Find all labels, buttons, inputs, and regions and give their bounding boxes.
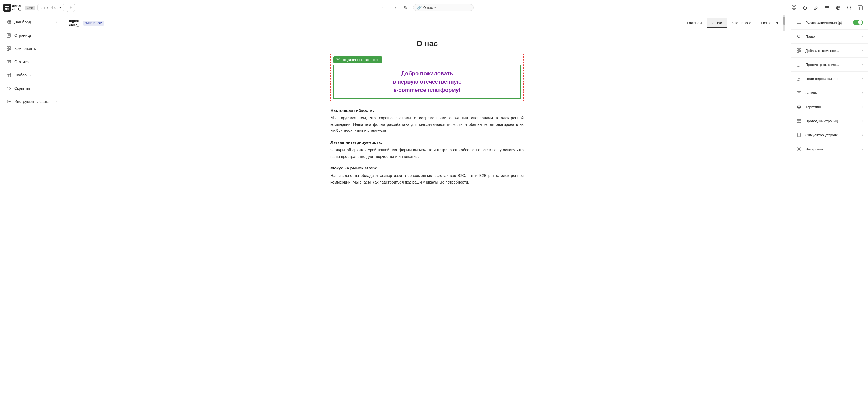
rich-text-box[interactable]: Добро пожаловать в первую отечественную … xyxy=(333,65,521,98)
search-panel-label: Поиск xyxy=(805,34,859,39)
rp-fill-mode[interactable]: Режим заполнения (р) xyxy=(791,16,868,30)
site-nav: Главная О нас Что нового Home EN xyxy=(682,19,783,28)
selected-component-wrapper[interactable]: Подзаголовок (Rich Text) Добро пожаловат… xyxy=(331,54,524,101)
sidebar-item-templates[interactable]: Шаблоны xyxy=(2,69,62,81)
tools-arrow-icon: › xyxy=(56,100,57,103)
nav-item-home-en[interactable]: Home EN xyxy=(756,19,783,28)
fill-mode-toggle[interactable] xyxy=(853,20,863,25)
sidebar-pages-label: Страницы xyxy=(14,33,57,37)
nav-item-home[interactable]: Главная xyxy=(682,19,707,28)
preview-logo-line2: chief_ xyxy=(69,23,79,27)
search-arrow-icon: › xyxy=(862,34,863,38)
rich-text-content: Добро пожаловать в первую отечественную … xyxy=(339,69,516,94)
sidebar: Дашборд › Страницы Компоненты Статика xyxy=(0,16,63,395)
scroll-thumb xyxy=(783,17,785,25)
sidebar-item-pages[interactable]: Страницы xyxy=(2,29,62,41)
menu-icon-button[interactable] xyxy=(823,3,832,12)
component-label: Подзаголовок (Rich Text) xyxy=(333,56,382,63)
grid-icon-button[interactable] xyxy=(789,3,799,12)
fill-mode-icon xyxy=(796,19,802,25)
main-layout: Дашборд › Страницы Компоненты Статика xyxy=(0,16,868,395)
logo: digitalchief_ xyxy=(3,4,21,11)
page-explorer-arrow-icon: › xyxy=(862,119,863,123)
table-icon-button[interactable] xyxy=(856,3,865,12)
more-options-button[interactable]: ⋮ xyxy=(477,4,485,11)
chevron-down-icon: ▾ xyxy=(59,5,61,10)
assets-icon xyxy=(796,90,802,96)
svg-point-38 xyxy=(338,58,339,60)
nav-item-news[interactable]: Что нового xyxy=(727,19,756,28)
search-panel-icon xyxy=(796,33,802,39)
svg-rect-5 xyxy=(795,5,796,7)
svg-rect-27 xyxy=(7,47,8,48)
rp-add-component[interactable]: Добавить компоне... › xyxy=(791,43,868,58)
edit-icon-button[interactable] xyxy=(812,3,820,12)
scrollbar[interactable] xyxy=(783,16,785,31)
svg-rect-46 xyxy=(797,63,801,66)
sidebar-item-static[interactable]: Статика xyxy=(2,56,62,68)
topbar-right-actions xyxy=(789,3,865,12)
svg-rect-39 xyxy=(797,21,801,24)
shop-selector[interactable]: demo-shop ▾ xyxy=(37,4,64,11)
settings-label: Настройки xyxy=(805,147,859,151)
section-3-text: Наши эксперты обладают экспертизой в сов… xyxy=(331,173,524,186)
rp-device-simulator[interactable]: Симулятор устройс... › xyxy=(791,128,868,142)
device-simulator-icon xyxy=(796,132,802,138)
svg-rect-30 xyxy=(7,60,11,63)
rp-targeting[interactable]: Таргетинг › xyxy=(791,100,868,114)
page-explorer-label: Проводник страниц xyxy=(805,119,859,123)
add-component-label: Добавить компоне... xyxy=(805,49,859,53)
add-component-arrow-icon: › xyxy=(862,49,863,53)
cms-badge: CMS xyxy=(25,5,35,10)
sidebar-tools-label: Инструменты сайта xyxy=(14,99,53,104)
topbar: digitalchief_ CMS demo-shop ▾ + ← → ↻ 🔗 … xyxy=(0,0,868,16)
rp-assets[interactable]: Активы › xyxy=(791,86,868,100)
scripts-icon xyxy=(6,86,11,91)
power-icon-button[interactable] xyxy=(801,3,809,12)
forward-button[interactable]: → xyxy=(391,4,399,11)
sidebar-item-components[interactable]: Компоненты xyxy=(2,42,62,55)
address-chevron-icon[interactable]: ▾ xyxy=(434,6,436,10)
static-icon xyxy=(6,59,11,65)
sidebar-item-scripts[interactable]: Скрипты xyxy=(2,82,62,94)
section-2-text: С открытой архитектурой нашей платформы … xyxy=(331,147,524,160)
refresh-button[interactable]: ↻ xyxy=(402,4,410,11)
rp-page-explorer[interactable]: Проводник страниц › xyxy=(791,114,868,128)
svg-rect-33 xyxy=(7,73,11,77)
svg-rect-19 xyxy=(7,20,8,22)
rp-settings[interactable]: Настройки › xyxy=(791,142,868,156)
pages-icon xyxy=(6,33,11,38)
sidebar-item-tools[interactable]: Инструменты сайта › xyxy=(2,95,62,108)
preview-site-header: digital chief_ WEB SHOP Главная О нас Чт… xyxy=(63,16,791,31)
sidebar-scripts-label: Скрипты xyxy=(14,86,57,91)
view-component-label: Просмотреть комп... xyxy=(805,63,859,67)
rich-text-line2: в первую отечественную xyxy=(339,78,516,86)
svg-rect-4 xyxy=(792,5,794,7)
svg-rect-20 xyxy=(9,20,11,22)
globe-icon-button[interactable] xyxy=(834,3,843,12)
svg-rect-7 xyxy=(795,8,796,10)
sidebar-item-dashboard[interactable]: Дашборд › xyxy=(2,16,62,28)
address-bar[interactable]: 🔗 О нас ▾ xyxy=(413,4,474,11)
rp-drag-targets[interactable]: Цели перетаскиван... › xyxy=(791,72,868,86)
nav-item-about[interactable]: О нас xyxy=(707,19,727,28)
dashboard-icon xyxy=(6,19,11,25)
logo-icon xyxy=(3,4,11,11)
rich-text-line3: e-commerce платформу! xyxy=(339,86,516,94)
fill-mode-label: Режим заполнения (р) xyxy=(805,21,850,25)
drag-targets-icon xyxy=(796,75,802,82)
rp-view-component[interactable]: Просмотреть комп... › xyxy=(791,58,868,72)
rp-search[interactable]: Поиск › xyxy=(791,30,868,43)
back-button[interactable]: ← xyxy=(380,4,388,11)
view-component-arrow-icon: › xyxy=(862,63,863,66)
search-icon-button[interactable] xyxy=(845,3,854,12)
tools-icon xyxy=(6,99,11,104)
svg-rect-29 xyxy=(7,49,8,51)
add-tab-button[interactable]: + xyxy=(66,4,75,12)
svg-rect-45 xyxy=(797,51,799,53)
svg-point-53 xyxy=(799,107,799,107)
device-simulator-arrow-icon: › xyxy=(862,133,863,137)
svg-rect-43 xyxy=(797,49,799,50)
rich-text-line1: Добро пожаловать xyxy=(339,69,516,78)
sidebar-components-label: Компоненты xyxy=(14,47,57,51)
